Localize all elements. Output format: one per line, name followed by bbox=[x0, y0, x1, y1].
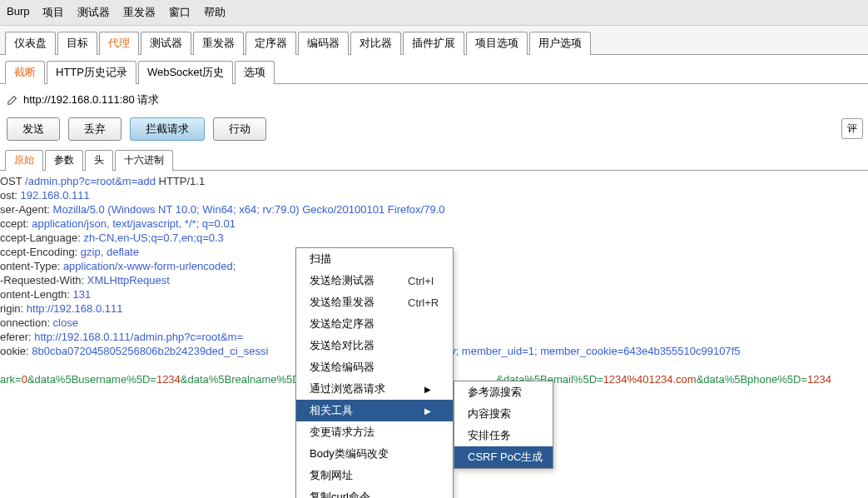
context-submenu-item-2[interactable]: 安排任务 bbox=[454, 425, 553, 446]
tab-dashboard[interactable]: 仪表盘 bbox=[5, 32, 56, 55]
menu-help[interactable]: 帮助 bbox=[201, 3, 229, 22]
subtab-intercept[interactable]: 截断 bbox=[5, 61, 45, 84]
chevron-right-icon: ▶ bbox=[424, 406, 431, 416]
action-row: 发送 丢弃 拦截请求 行动 bbox=[0, 114, 868, 149]
view-tabs: 原始 参数 头 十六进制 bbox=[0, 149, 868, 171]
viewtab-hex[interactable]: 十六进制 bbox=[115, 150, 173, 171]
context-menu-item-7[interactable]: 相关工具▶ bbox=[296, 400, 453, 421]
viewtab-raw[interactable]: 原始 bbox=[5, 150, 43, 171]
subtab-http-history[interactable]: HTTP历史记录 bbox=[47, 61, 136, 84]
context-submenu-item-0[interactable]: 参考源搜索 bbox=[454, 381, 553, 403]
context-menu-item-0[interactable]: 扫描 bbox=[296, 248, 453, 270]
menu-burp[interactable]: Burp bbox=[3, 3, 32, 22]
proxy-subtabs: 截断 HTTP历史记录 WebSocket历史 选项 bbox=[0, 55, 868, 84]
request-url: http://192.168.0.111:80 请求 bbox=[23, 92, 159, 107]
viewtab-params[interactable]: 参数 bbox=[45, 150, 83, 171]
comment-button[interactable]: 评 bbox=[841, 118, 863, 139]
subtab-options[interactable]: 选项 bbox=[235, 61, 275, 84]
menubar: Burp 项目 测试器 重发器 窗口 帮助 bbox=[0, 0, 868, 26]
tab-extender[interactable]: 插件扩展 bbox=[403, 32, 464, 55]
context-menu-item-11[interactable]: 复制curl命令 bbox=[296, 486, 453, 498]
context-menu-item-5[interactable]: 发送给编码器 bbox=[296, 356, 453, 378]
tab-sequencer[interactable]: 定序器 bbox=[246, 32, 296, 55]
context-menu-item-4[interactable]: 发送给对比器 bbox=[296, 335, 453, 356]
context-menu: 扫描发送给测试器Ctrl+I发送给重发器Ctrl+R发送给定序器发送给对比器发送… bbox=[295, 247, 454, 498]
context-menu-item-10[interactable]: 复制网址 bbox=[296, 465, 453, 486]
menu-project[interactable]: 项目 bbox=[39, 3, 67, 22]
forward-button[interactable]: 发送 bbox=[7, 117, 60, 141]
context-submenu-item-1[interactable]: 内容搜索 bbox=[454, 403, 553, 425]
menu-window[interactable]: 窗口 bbox=[166, 3, 194, 22]
menu-repeater[interactable]: 重发器 bbox=[120, 3, 159, 22]
context-menu-item-1[interactable]: 发送给测试器Ctrl+I bbox=[296, 270, 453, 291]
tab-comparer[interactable]: 对比器 bbox=[350, 32, 401, 55]
action-button[interactable]: 行动 bbox=[213, 117, 266, 141]
tab-user-options[interactable]: 用户选项 bbox=[529, 32, 591, 55]
tab-repeater[interactable]: 重发器 bbox=[193, 32, 244, 55]
context-menu-item-3[interactable]: 发送给定序器 bbox=[296, 313, 453, 335]
edit-icon[interactable] bbox=[7, 94, 18, 106]
context-submenu-item-3[interactable]: CSRF PoC生成 bbox=[454, 446, 553, 468]
request-url-row: http://192.168.0.111:80 请求 bbox=[0, 84, 868, 114]
tab-decoder[interactable]: 编码器 bbox=[298, 32, 349, 55]
subtab-ws-history[interactable]: WebSocket历史 bbox=[138, 61, 233, 84]
menu-intruder[interactable]: 测试器 bbox=[74, 3, 113, 22]
tab-target[interactable]: 目标 bbox=[57, 32, 97, 55]
tab-project-options[interactable]: 项目选项 bbox=[466, 32, 528, 55]
tab-intruder[interactable]: 测试器 bbox=[141, 32, 191, 55]
context-submenu: 参考源搜索内容搜索安排任务CSRF PoC生成 bbox=[454, 381, 553, 469]
tab-proxy[interactable]: 代理 bbox=[99, 32, 139, 55]
viewtab-headers[interactable]: 头 bbox=[85, 150, 113, 171]
chevron-right-icon: ▶ bbox=[424, 385, 431, 394]
context-menu-item-6[interactable]: 通过浏览器请求▶ bbox=[296, 378, 453, 400]
context-menu-item-2[interactable]: 发送给重发器Ctrl+R bbox=[296, 291, 453, 313]
context-menu-item-8[interactable]: 变更请求方法 bbox=[296, 421, 453, 443]
top-tabs: 仪表盘 目标 代理 测试器 重发器 定序器 编码器 对比器 插件扩展 项目选项 … bbox=[0, 26, 868, 55]
context-menu-item-9[interactable]: Body类编码改变 bbox=[296, 443, 453, 465]
intercept-button[interactable]: 拦截请求 bbox=[130, 117, 205, 141]
drop-button[interactable]: 丢弃 bbox=[68, 117, 122, 141]
